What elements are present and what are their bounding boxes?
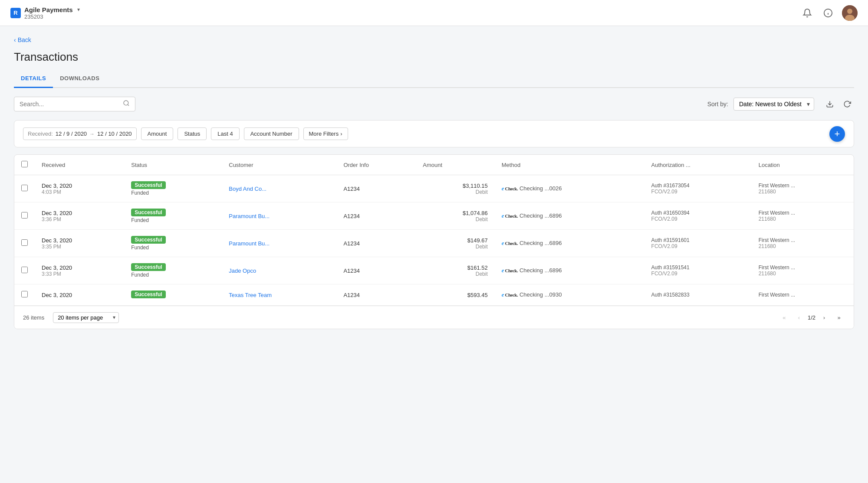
back-link[interactable]: ‹ Back [14, 36, 854, 43]
first-page-button[interactable]: « [778, 311, 790, 323]
cell-auth-0: Auth #31673054 FCO/V2.09 [644, 175, 752, 202]
toolbar-icons [823, 97, 854, 111]
table-row: Dec 3, 2020 4:03 PM Successful Funded Bo… [14, 175, 854, 202]
cell-amount-4: $593.45 [416, 284, 494, 306]
select-all-checkbox[interactable] [21, 161, 28, 167]
cell-auth-1: Auth #31650394 FCO/V2.09 [644, 202, 752, 230]
cell-order-info-4: A1234 [336, 284, 416, 306]
cell-method-2: eCheck. Checking ...6896 [495, 230, 644, 257]
cell-order-info-3: A1234 [336, 257, 416, 284]
cell-auth-3: Auth #31591541 FCO/V2.09 [644, 257, 752, 284]
col-received: Received [35, 155, 124, 175]
col-authorization: Authorization ... [644, 155, 752, 175]
cell-location-2: First Western ... 211680 [752, 230, 854, 257]
add-fab-button[interactable]: + [829, 126, 845, 142]
tab-downloads[interactable]: DOWNLOADS [53, 71, 106, 88]
table-footer: 26 items 10 items per page 20 items per … [14, 306, 854, 329]
filter-date-from: 12 / 9 / 2020 [56, 131, 87, 137]
col-status: Status [124, 155, 222, 175]
back-label: Back [18, 36, 31, 43]
cell-received-3: Dec 3, 2020 3:33 PM [35, 257, 124, 284]
cell-amount-2: $149.67 Debit [416, 230, 494, 257]
page-info: 1/2 [808, 314, 815, 321]
filter-amount-button[interactable]: Amount [141, 127, 174, 140]
tab-details[interactable]: DETAILS [14, 71, 53, 88]
filter-account-number-button[interactable]: Account Number [244, 127, 299, 140]
row-checkbox-3[interactable] [21, 267, 28, 273]
col-order-info: Order Info [336, 155, 416, 175]
table-row: Dec 3, 2020 3:36 PM Successful Funded Pa… [14, 202, 854, 230]
cell-location-0: First Western ... 211680 [752, 175, 854, 202]
cell-location-3: First Western ... 211680 [752, 257, 854, 284]
items-count: 26 items [23, 314, 44, 321]
table-row: Dec 3, 2020 3:33 PM Successful Funded Ja… [14, 257, 854, 284]
brand-section: R Agile Payments ▾ 235203 [10, 6, 800, 20]
cell-status-3: Successful Funded [124, 257, 222, 284]
more-filters-label: More Filters [309, 131, 339, 137]
brand-chevron-icon[interactable]: ▾ [77, 7, 80, 13]
filter-last4-button[interactable]: Last 4 [211, 127, 239, 140]
cell-customer-3[interactable]: Jade Opco [222, 257, 336, 284]
search-input[interactable] [20, 101, 119, 108]
cell-customer-2[interactable]: Paramount Bu... [222, 230, 336, 257]
prev-page-button[interactable]: ‹ [793, 311, 805, 323]
row-checkbox-1[interactable] [21, 212, 28, 219]
cell-amount-0: $3,110.15 Debit [416, 175, 494, 202]
cell-order-info-0: A1234 [336, 175, 416, 202]
table-row: Dec 3, 2020 3:35 PM Successful Funded Pa… [14, 230, 854, 257]
cell-customer-1[interactable]: Paramount Bu... [222, 202, 336, 230]
header-icons [800, 5, 858, 21]
cell-status-1: Successful Funded [124, 202, 222, 230]
filter-more-button[interactable]: More Filters › [303, 127, 348, 140]
sort-wrapper: Date: Newest to Oldest Date: Oldest to N… [733, 98, 814, 111]
cell-method-0: eCheck. Checking ...0026 [495, 175, 644, 202]
col-customer: Customer [222, 155, 336, 175]
filter-status-button[interactable]: Status [178, 127, 207, 140]
col-amount: Amount [416, 155, 494, 175]
sort-select[interactable]: Date: Newest to Oldest Date: Oldest to N… [733, 98, 814, 111]
brand-id: 235203 [24, 13, 80, 20]
row-checkbox-2[interactable] [21, 239, 28, 246]
brand-info: Agile Payments ▾ 235203 [24, 6, 80, 20]
page-title: Transactions [14, 50, 854, 64]
svg-point-6 [124, 101, 128, 105]
cell-received-1: Dec 3, 2020 3:36 PM [35, 202, 124, 230]
table-row: Dec 3, 2020 Successful Texas Tree Team A… [14, 284, 854, 306]
cell-amount-3: $161.52 Debit [416, 257, 494, 284]
cell-status-4: Successful [124, 284, 222, 306]
header: R Agile Payments ▾ 235203 [0, 0, 868, 26]
filter-received[interactable]: Received: 12 / 9 / 2020 → 12 / 10 / 2020 [23, 127, 137, 140]
tabs: DETAILS DOWNLOADS [14, 71, 854, 88]
more-filters-chevron-icon: › [340, 131, 342, 137]
row-checkbox-4[interactable] [21, 291, 28, 297]
sort-label: Sort by: [707, 101, 728, 108]
cell-location-4: First Western ... [752, 284, 854, 306]
cell-order-info-1: A1234 [336, 202, 416, 230]
per-page-select[interactable]: 10 items per page 20 items per page 50 i… [53, 312, 119, 323]
cell-method-3: eCheck. Checking ...6896 [495, 257, 644, 284]
info-icon[interactable] [821, 6, 835, 20]
next-page-button[interactable]: › [818, 311, 830, 323]
pagination: « ‹ 1/2 › » [778, 311, 845, 323]
notification-icon[interactable] [800, 6, 814, 20]
refresh-icon[interactable] [840, 97, 854, 111]
per-page-wrapper: 10 items per page 20 items per page 50 i… [53, 312, 119, 323]
cell-order-info-2: A1234 [336, 230, 416, 257]
cell-method-4: eCheck. Checking ...0930 [495, 284, 644, 306]
brand-badge: R [10, 8, 21, 18]
brand-name: Agile Payments [24, 6, 73, 13]
col-method: Method [495, 155, 644, 175]
cell-method-1: eCheck. Checking ...6896 [495, 202, 644, 230]
avatar[interactable] [842, 5, 858, 21]
row-checkbox-0[interactable] [21, 185, 28, 191]
cell-received-2: Dec 3, 2020 3:35 PM [35, 230, 124, 257]
svg-point-4 [847, 9, 852, 14]
filter-date-to: 12 / 10 / 2020 [97, 131, 132, 137]
cell-customer-0[interactable]: Boyd And Co... [222, 175, 336, 202]
cell-customer-4[interactable]: Texas Tree Team [222, 284, 336, 306]
last-page-button[interactable]: » [833, 311, 845, 323]
cell-amount-1: $1,074.86 Debit [416, 202, 494, 230]
download-icon[interactable] [823, 97, 837, 111]
cell-status-0: Successful Funded [124, 175, 222, 202]
col-location: Location [752, 155, 854, 175]
